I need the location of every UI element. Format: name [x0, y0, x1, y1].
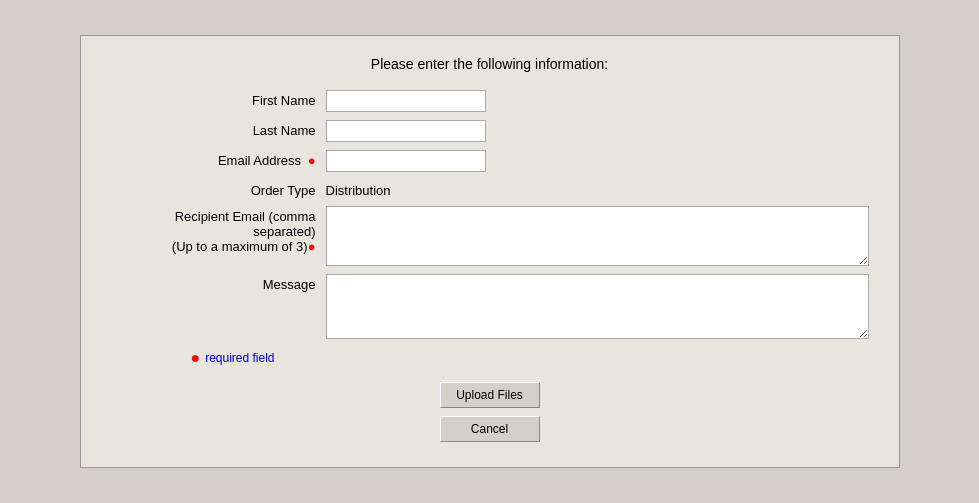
message-textarea[interactable]	[326, 274, 869, 339]
cancel-button[interactable]: Cancel	[440, 416, 540, 442]
form-dialog: Please enter the following information: …	[80, 35, 900, 468]
recipient-email-label-block: Recipient Email (comma separated) (Up to…	[111, 206, 326, 254]
recipient-email-label: Recipient Email (comma separated)	[111, 209, 316, 239]
email-address-row: Email Address ●	[111, 150, 869, 172]
first-name-row: First Name	[111, 90, 869, 112]
required-note-row: ● required field	[111, 349, 869, 367]
last-name-row: Last Name	[111, 120, 869, 142]
recipient-email-sublabel: (Up to a maximum of 3)●	[111, 239, 316, 254]
upload-files-button[interactable]: Upload Files	[440, 382, 540, 408]
first-name-label: First Name	[111, 90, 326, 108]
button-row: Upload Files Cancel	[111, 382, 869, 442]
order-type-label: Order Type	[111, 180, 326, 198]
required-note-dot: ●	[191, 349, 201, 367]
recipient-required-dot: ●	[308, 239, 316, 254]
dialog-title: Please enter the following information:	[111, 56, 869, 72]
required-note-text: required field	[205, 351, 274, 365]
first-name-input[interactable]	[326, 90, 486, 112]
email-address-label: Email Address ●	[111, 150, 326, 168]
email-address-input[interactable]	[326, 150, 486, 172]
last-name-label: Last Name	[111, 120, 326, 138]
order-type-row: Order Type Distribution	[111, 180, 869, 198]
recipient-email-textarea[interactable]	[326, 206, 869, 266]
message-row: Message	[111, 274, 869, 339]
order-type-value: Distribution	[326, 180, 391, 198]
message-label: Message	[111, 274, 326, 292]
email-required-dot: ●	[304, 153, 315, 168]
recipient-email-row: Recipient Email (comma separated) (Up to…	[111, 206, 869, 266]
last-name-input[interactable]	[326, 120, 486, 142]
